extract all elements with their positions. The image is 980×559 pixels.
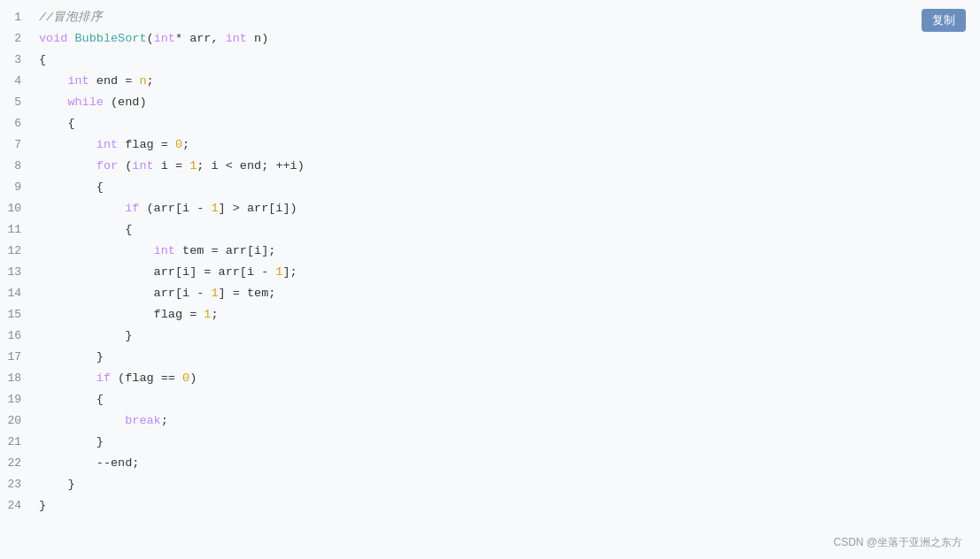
line-number: 18 [0, 368, 32, 389]
line-code: if (flag == 0) [32, 368, 980, 389]
line-number: 22 [0, 453, 32, 474]
line-code: for (int i = 1; i < end; ++i) [32, 156, 980, 177]
line-number: 4 [0, 71, 32, 92]
line-number: 8 [0, 156, 32, 177]
table-row: 12 int tem = arr[i]; [0, 241, 980, 262]
table-row: 17 } [0, 347, 980, 368]
table-row: 23 } [0, 474, 980, 495]
line-number: 11 [0, 219, 32, 241]
table-row: 10 if (arr[i - 1] > arr[i]) [0, 198, 980, 219]
table-row: 13 arr[i] = arr[i - 1]; [0, 262, 980, 283]
line-number: 24 [0, 495, 32, 517]
table-row: 22 --end; [0, 453, 980, 474]
line-number: 15 [0, 304, 32, 325]
line-number: 10 [0, 198, 32, 219]
table-row: 5 while (end) [0, 92, 980, 113]
line-code: } [32, 474, 980, 495]
line-number: 12 [0, 241, 32, 262]
line-code: void BubbleSort(int* arr, int n) [32, 28, 980, 50]
line-code: if (arr[i - 1] > arr[i]) [32, 198, 980, 219]
line-code: { [32, 113, 980, 134]
copy-button[interactable]: 复制 [922, 9, 966, 32]
line-code: { [32, 177, 980, 198]
line-code: //冒泡排序 [32, 7, 980, 28]
line-code: } [32, 347, 980, 368]
code-table: 1//冒泡排序2void BubbleSort(int* arr, int n)… [0, 7, 980, 517]
line-number: 20 [0, 410, 32, 432]
table-row: 1//冒泡排序 [0, 7, 980, 28]
table-row: 11 { [0, 219, 980, 241]
line-number: 1 [0, 7, 32, 28]
line-code: { [32, 389, 980, 410]
line-number: 3 [0, 50, 32, 71]
line-code: } [32, 325, 980, 347]
line-code: } [32, 432, 980, 453]
table-row: 19 { [0, 389, 980, 410]
line-code: int end = n; [32, 71, 980, 92]
line-code: break; [32, 410, 980, 432]
line-number: 16 [0, 325, 32, 347]
line-number: 13 [0, 262, 32, 283]
line-code: { [32, 50, 980, 71]
line-code: int tem = arr[i]; [32, 241, 980, 262]
table-row: 21 } [0, 432, 980, 453]
line-number: 23 [0, 474, 32, 495]
table-row: 24} [0, 495, 980, 517]
table-row: 16 } [0, 325, 980, 347]
table-row: 8 for (int i = 1; i < end; ++i) [0, 156, 980, 177]
line-code: arr[i] = arr[i - 1]; [32, 262, 980, 283]
line-code: while (end) [32, 92, 980, 113]
line-code: flag = 1; [32, 304, 980, 325]
line-number: 2 [0, 28, 32, 50]
line-number: 21 [0, 432, 32, 453]
line-number: 6 [0, 113, 32, 134]
footer-text: CSDN @坐落于亚洲之东方 [833, 535, 962, 550]
line-code: int flag = 0; [32, 134, 980, 156]
line-code: { [32, 219, 980, 241]
line-code: } [32, 495, 980, 517]
line-number: 9 [0, 177, 32, 198]
line-number: 7 [0, 134, 32, 156]
table-row: 7 int flag = 0; [0, 134, 980, 156]
table-row: 20 break; [0, 410, 980, 432]
line-number: 14 [0, 283, 32, 304]
line-number: 19 [0, 389, 32, 410]
line-number: 5 [0, 92, 32, 113]
line-code: arr[i - 1] = tem; [32, 283, 980, 304]
table-row: 15 flag = 1; [0, 304, 980, 325]
table-row: 2void BubbleSort(int* arr, int n) [0, 28, 980, 50]
code-container: 复制 1//冒泡排序2void BubbleSort(int* arr, int… [0, 0, 980, 559]
table-row: 18 if (flag == 0) [0, 368, 980, 389]
table-row: 4 int end = n; [0, 71, 980, 92]
table-row: 3{ [0, 50, 980, 71]
table-row: 14 arr[i - 1] = tem; [0, 283, 980, 304]
line-number: 17 [0, 347, 32, 368]
table-row: 6 { [0, 113, 980, 134]
line-code: --end; [32, 453, 980, 474]
table-row: 9 { [0, 177, 980, 198]
